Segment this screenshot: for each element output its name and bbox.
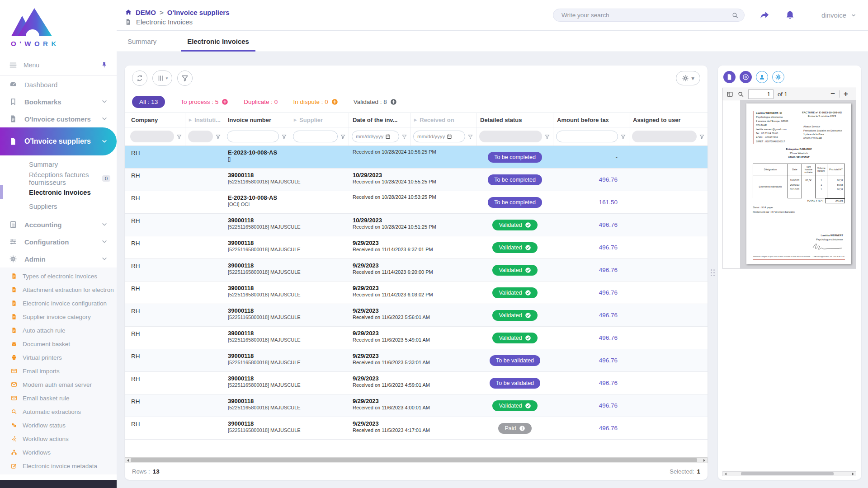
table-horizontal-scrollbar[interactable] [125,457,708,463]
funnel-icon[interactable] [620,134,626,140]
assign-user-button[interactable] [756,71,768,83]
zoom-in-button[interactable]: + [840,89,852,99]
scroll-right-button[interactable] [702,458,707,463]
sidebar-item-supplier-invoice-category[interactable]: Supplier invoice category [0,310,117,324]
col-assigned-to-user[interactable]: Assigned to user [629,113,708,127]
funnel-icon[interactable] [467,134,473,140]
calendar-icon[interactable] [447,134,452,139]
invoice-number-filter-input[interactable] [227,131,279,142]
sidebar-item-configuration[interactable]: Configuration [0,233,117,250]
sidebar-item-accounting[interactable]: Accounting [0,216,117,233]
col-institution[interactable]: ▶Instituti... [185,113,224,127]
search-input[interactable] [561,12,731,19]
refresh-button[interactable] [132,70,147,86]
received-date-filter-input[interactable]: mm/dd/yyyy [413,131,465,142]
expand-column-icon[interactable]: ▶ [189,118,192,122]
filter-button[interactable] [177,70,193,86]
col-detailed-status[interactable]: Detailed status [476,113,553,127]
amount-link[interactable]: 496.76 [599,380,618,386]
table-row[interactable]: RH 39000118[52251165800018] MAJUSCULE 9/… [125,417,708,440]
calendar-icon[interactable] [385,134,391,139]
table-row[interactable]: RH E-2023-10-008-AS[OCI] OCI Received on… [125,191,708,214]
preview-settings-button[interactable] [772,71,784,83]
scroll-left-button[interactable] [723,472,728,476]
sidebar-toggle-icon[interactable] [726,91,733,98]
chip-duplicate[interactable]: Duplicate : 0 [244,99,278,105]
funnel-icon[interactable] [340,134,346,140]
col-received-on[interactable]: ▶Received on [410,113,476,127]
table-row[interactable]: RH 39000118[52251165800018] MAJUSCULE 9/… [125,304,708,327]
hamburger-icon[interactable] [9,61,17,69]
chip-to-process[interactable]: To process : 5 [180,99,228,105]
col-date-of-invoice[interactable]: Date of the inv... [349,113,410,127]
chip-validated[interactable]: Validated : 8 [354,99,397,105]
search-icon[interactable] [731,12,739,19]
sidebar-item-suppliers[interactable]: Suppliers [0,199,117,213]
table-row[interactable]: RH 39000118[52251165800018] MAJUSCULE 9/… [125,259,708,282]
table-row[interactable]: RH 39000118[52251165800018] MAJUSCULE 9/… [125,372,708,394]
sidebar-item-workflow-actions[interactable]: Workflow actions [0,432,117,446]
columns-button[interactable]: ▾ [152,70,172,86]
sidebar-item-automatic-extractions[interactable]: Automatic extractions [0,405,117,418]
expand-column-icon[interactable]: ▶ [294,118,297,122]
app-logo[interactable]: O'WORK [0,0,117,54]
amount-link[interactable]: 496.76 [599,312,618,319]
table-row[interactable]: RH E-2023-10-008-AS[] Received on 10/28/… [125,146,708,169]
chip-in-dispute[interactable]: In dispute : 0 [293,99,338,105]
col-invoice-number[interactable]: Invoice number [224,113,290,127]
sidebar-item-email-imports[interactable]: Email imports [0,364,117,378]
amount-link[interactable]: - [616,154,618,160]
amount-filter-input[interactable] [556,131,618,142]
breadcrumb-section[interactable]: O'Invoice suppliers [167,9,230,16]
funnel-icon[interactable] [281,134,287,140]
breadcrumb-home[interactable]: DEMO [136,9,156,16]
scroll-right-button[interactable] [850,472,856,476]
sidebar-item-email-basket-rule[interactable]: Email basket rule [0,391,117,405]
funnel-icon[interactable] [215,134,221,140]
sidebar-item-types-of-electronic-invoices[interactable]: Types of electronic invoices [0,269,117,283]
sidebar-item-workflows[interactable]: Workflows [0,446,117,459]
amount-link[interactable]: 496.76 [599,425,618,432]
sidebar-item-summary[interactable]: Summary [0,157,117,171]
sidebar-item-workflow-status[interactable]: Workflow status [0,418,117,432]
user-menu[interactable]: dinvoice [821,11,856,19]
pdf-canvas[interactable]: Laetitia WERNERT- EI Psychologue clinici… [740,100,856,268]
amount-link[interactable]: 496.76 [599,402,618,409]
funnel-icon[interactable] [544,134,550,140]
funnel-icon[interactable] [699,134,705,140]
table-row[interactable]: RH 39000118[52251165800018] MAJUSCULE 9/… [125,236,708,259]
tab-electronic-invoices[interactable]: Electronic Invoices [181,31,255,52]
table-row[interactable]: RH 39000118[52251165800018] MAJUSCULE 9/… [125,282,708,304]
sidebar-item-oinvoice-customers[interactable]: O'Invoice customers [0,110,117,127]
bell-icon[interactable] [785,10,795,20]
amount-link[interactable]: 496.76 [599,357,618,364]
col-amount-before-tax[interactable]: Amount before tax [553,113,629,127]
preview-horizontal-scrollbar[interactable] [722,471,856,476]
amount-link[interactable]: 496.76 [599,289,618,296]
supplier-filter-input[interactable] [293,131,338,142]
invoice-date-filter-input[interactable]: mm/dd/yyyy [352,131,399,142]
table-row[interactable]: RH 39000118[52251165800018] MAJUSCULE 10… [125,214,708,236]
plus-circle-icon[interactable] [222,99,228,105]
sidebar-item-electronic-invoices[interactable]: Electronic Invoices [0,185,117,199]
chip-all[interactable]: All : 13 [132,96,165,108]
sidebar-item-admin[interactable]: Admin [0,250,117,267]
page-number-input[interactable] [748,89,774,99]
share-icon[interactable] [760,10,770,20]
sidebar-item-auto-attach-rule[interactable]: Auto attach rule [0,324,117,337]
table-settings-button[interactable]: ▾ [676,71,700,85]
plus-circle-icon[interactable] [390,99,397,105]
zoom-out-button[interactable]: − [826,89,839,99]
amount-link[interactable]: 496.76 [599,244,618,251]
amount-link[interactable]: 496.76 [599,176,618,183]
sidebar-item-electronic-invoice-metadata[interactable]: Electronic invoice metadata [0,459,117,473]
home-icon[interactable] [125,9,132,16]
tab-summary[interactable]: Summary [121,31,163,52]
sidebar-item-document-basket[interactable]: Document basket [0,337,117,351]
amount-link[interactable]: 496.76 [599,334,618,341]
sidebar-item-oinvoice-suppliers[interactable]: O'Invoice suppliers [0,127,117,155]
expand-column-icon[interactable]: ▶ [414,118,417,122]
table-row[interactable]: RH 39000118[52251165800018] MAJUSCULE 9/… [125,327,708,349]
scroll-left-button[interactable] [125,458,131,463]
table-row[interactable]: RH 39000118[52251165800018] MAJUSCULE 9/… [125,394,708,417]
